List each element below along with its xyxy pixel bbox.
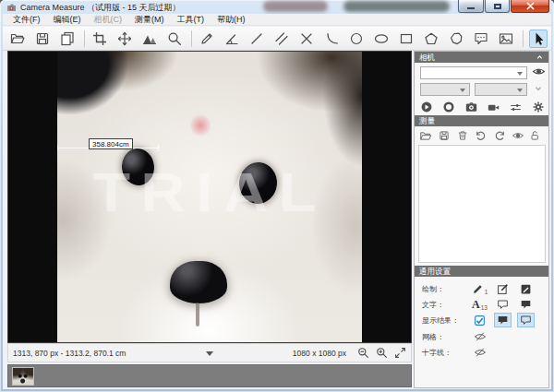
menu-edit[interactable]: 编辑(E) [47,14,88,26]
menu-help[interactable]: 帮助(H) [211,14,252,26]
line-tool-button[interactable] [247,30,266,48]
move-button[interactable] [115,30,134,48]
fit-to-window-button[interactable] [392,346,407,361]
label-filled-button[interactable] [514,297,537,312]
measure-delete-button[interactable] [455,129,469,142]
stop-icon [442,101,455,113]
cross-lines-tool-button[interactable] [297,30,316,48]
polygon-icon [449,31,464,46]
font-size-button[interactable]: A13 [468,297,491,312]
measure-lock-button[interactable] [528,129,542,142]
image-icon [499,31,513,46]
copy-button[interactable] [58,30,77,48]
image-canvas[interactable]: TRIAL 358.804cm [7,51,412,343]
glass-reflection [343,1,450,12]
close-icon [526,2,535,10]
crop-button[interactable] [90,30,109,48]
draw-fill-button[interactable] [514,281,537,296]
titlebar[interactable]: Camera Measure （试用版 - 15 天后过期） [0,0,554,14]
ellipse-icon [374,31,389,46]
font-size-value: 13 [481,304,488,311]
crosshair-visibility-button[interactable] [468,345,491,360]
edit-filled-icon [520,283,532,295]
window-content: 文件(F) 编辑(E) 相机(C) 测量(M) 工具(T) 帮助(H) [3,14,551,389]
ellipse-tool-button[interactable] [372,30,391,48]
zoom-in-button[interactable] [374,346,389,361]
font-icon: A [472,298,480,312]
menu-file[interactable]: 文件(F) [6,14,47,26]
crosshair-label: 十字线： [415,348,468,358]
draw-style-button[interactable] [491,281,514,296]
close-button[interactable] [511,0,549,13]
pen-size-value: 1 [485,289,488,295]
open-button[interactable] [8,30,27,48]
comment-tool-button[interactable] [472,30,490,48]
show-results-checkbox[interactable] [468,313,491,327]
save-button[interactable] [33,30,52,48]
camera-panel-header[interactable]: 相机 [415,52,548,63]
parallel-lines-tool-button[interactable] [272,30,291,48]
measurement-list[interactable] [418,145,546,263]
pentagon-tool-button[interactable] [422,30,440,48]
zoom-in-icon [376,347,388,359]
camera-resolution-dropdown [420,83,470,96]
cursor-tool-button[interactable] [529,30,548,48]
circle-tool-button[interactable] [347,30,366,48]
adjust-button[interactable] [508,100,524,114]
open-folder-icon [10,31,25,46]
measure-save-button[interactable] [437,129,451,142]
move-icon [117,31,132,46]
rectangle-tool-button[interactable] [397,30,416,48]
play-button[interactable] [418,100,435,114]
result-bubble-outline-button[interactable] [517,313,535,327]
magnifier-icon [167,31,182,46]
menu-measure[interactable]: 测量(M) [128,14,171,26]
edit-outline-icon [497,283,509,295]
settings-panel-header[interactable]: 通用设置 [415,266,548,277]
angle-tool-button[interactable] [223,30,241,48]
redo-icon [494,130,506,142]
statusbar-caret-icon[interactable] [206,351,213,356]
image-thumbnail[interactable] [12,367,34,386]
camera-select-dropdown[interactable] [420,66,527,79]
measure-panel-header[interactable]: 测量 [415,115,548,126]
pentagon-icon [424,31,439,46]
dog-photo[interactable]: TRIAL [57,52,362,342]
arc-tool-button[interactable] [322,30,341,48]
draw-label: 绘制： [415,284,468,294]
magnifier-button[interactable] [165,30,184,48]
measure-visibility-button[interactable] [512,129,525,142]
camera-preview-toggle[interactable] [532,65,546,77]
pen-tool-button[interactable] [198,30,216,48]
pen-size-button[interactable]: 1 [468,281,491,296]
measurement-value-label[interactable]: 358.804cm [89,138,133,149]
copy-icon [60,31,75,46]
camera-controls [418,100,547,114]
redo-button[interactable] [493,129,507,142]
measure-open-button[interactable] [418,129,432,142]
statusbar: 1313, 870 px - 1313.2, 870.1 cm 1080 x 1… [7,343,412,362]
bubble-outline-icon [497,299,509,310]
grid-setting-row: 网格： [415,329,548,344]
bubble-filled-icon [520,299,532,310]
minimize-button[interactable] [458,0,484,13]
image-tool-button[interactable] [497,30,515,48]
grid-visibility-button[interactable] [468,329,491,344]
side-panel: 相机 测量 [414,51,549,388]
comment-icon [474,31,488,46]
label-outline-button[interactable] [491,297,514,312]
zoom-out-button[interactable] [355,346,370,361]
levels-button[interactable] [140,30,159,48]
record-button[interactable] [486,100,502,114]
checkbox-checked-icon [474,315,486,327]
maximize-button[interactable] [485,0,510,13]
snapshot-button[interactable] [463,100,479,114]
polygon-tool-button[interactable] [447,30,465,48]
settings-button[interactable] [530,100,547,114]
undo-button[interactable] [474,129,488,142]
result-bubble-filled-button[interactable] [494,313,512,327]
line-icon [249,31,264,46]
camera-more-button[interactable] [534,84,543,93]
menu-tools[interactable]: 工具(T) [171,14,211,26]
stop-button[interactable] [440,100,457,114]
